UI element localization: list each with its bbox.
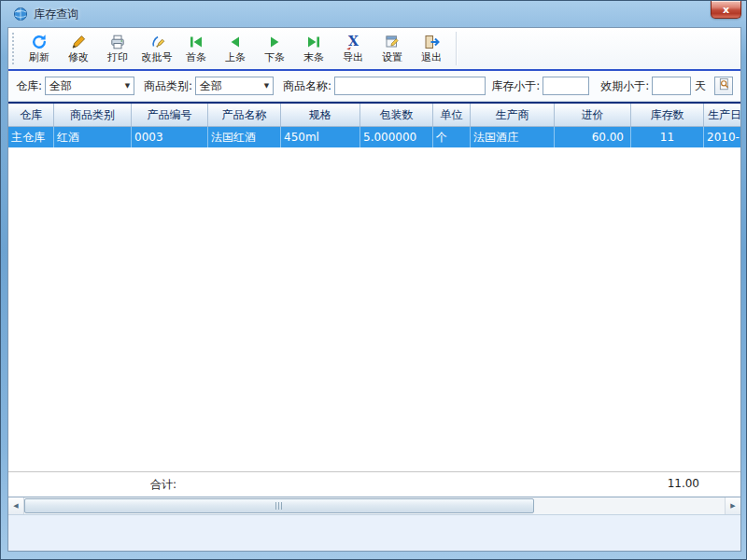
exit-icon: [423, 34, 440, 51]
print-button[interactable]: 打印: [98, 30, 137, 67]
toolbar: 刷新 修改 打印 改批号: [8, 28, 740, 69]
horizontal-scrollbar[interactable]: ◀ ▶: [8, 497, 740, 515]
column-header-manufacturer[interactable]: 生产商: [471, 104, 555, 126]
svg-text:X: X: [348, 34, 359, 49]
cell-category: 红酒: [54, 127, 132, 147]
first-record-button[interactable]: 首条: [176, 30, 216, 67]
scroll-left-icon: ◀: [13, 502, 18, 510]
toolbar-label: 刷新: [29, 51, 49, 64]
toolbar-label: 下条: [264, 51, 285, 64]
toolbar-gripper[interactable]: [12, 33, 17, 64]
warehouse-selected-value: 全部: [49, 78, 72, 94]
change-batch-button[interactable]: 改批号: [137, 30, 176, 67]
scroll-right-icon: ▶: [730, 502, 735, 510]
title-bar[interactable]: 库存查询: [1, 1, 746, 27]
product-name-label: 商品名称:: [283, 78, 331, 94]
category-label: 商品类别:: [144, 78, 192, 94]
total-label: 合计:: [150, 477, 176, 493]
cell-pack-qty: 5.000000: [360, 127, 433, 147]
change-batch-icon: [148, 34, 165, 51]
expiry-below-label: 效期小于:: [600, 78, 649, 94]
scrollbar-thumb[interactable]: [24, 498, 534, 513]
close-button[interactable]: x: [711, 1, 741, 19]
total-value: 11.00: [569, 477, 699, 490]
filter-bar: 仓库: 全部 ▼ 商品类别: 全部 ▼ 商品名称: 库存小于: 效期小于: 天: [8, 71, 740, 102]
scrollbar-grip-icon: [275, 502, 283, 510]
cell-spec: 450ml: [281, 127, 360, 147]
settings-icon: [384, 34, 401, 51]
stock-below-input[interactable]: [543, 77, 589, 95]
table-empty-area[interactable]: [8, 147, 740, 471]
export-button[interactable]: X 导出: [333, 30, 373, 67]
status-area: [8, 515, 740, 551]
column-header-purchase-price[interactable]: 进价: [555, 104, 631, 126]
column-header-product-name[interactable]: 产品名称: [208, 104, 281, 126]
table-row-selected[interactable]: 主仓库 红酒 0003 法国红酒 450ml 5.000000 个 法国酒庄 6…: [8, 127, 740, 147]
window-title: 库存查询: [34, 7, 78, 22]
chevron-down-icon: ▼: [264, 82, 269, 90]
next-record-icon: [266, 34, 283, 51]
inventory-table: 仓库 商品类别 产品编号 产品名称 规格 包装数 单位 生产商 进价 库存数 生…: [8, 102, 740, 497]
client-area: 刷新 修改 打印 改批号: [7, 27, 741, 552]
cell-product-name: 法国红酒: [208, 127, 281, 147]
app-window: 库存查询 x 刷新 修改: [0, 0, 747, 560]
toolbar-label: 上条: [225, 51, 246, 64]
edit-button[interactable]: 修改: [59, 30, 98, 67]
settings-button[interactable]: 设置: [373, 30, 412, 67]
last-record-button[interactable]: 末条: [294, 30, 333, 67]
scroll-right-button[interactable]: ▶: [725, 497, 740, 514]
next-record-button[interactable]: 下条: [255, 30, 294, 67]
previous-record-icon: [227, 34, 244, 51]
column-header-warehouse[interactable]: 仓库: [8, 104, 54, 126]
warehouse-label: 仓库:: [16, 78, 42, 94]
app-globe-icon: [13, 7, 28, 21]
table-footer: 合计: 11.00: [8, 471, 740, 497]
refresh-button[interactable]: 刷新: [20, 30, 59, 67]
stock-below-label: 库存小于:: [491, 78, 540, 94]
column-header-production-date[interactable]: 生产日期: [704, 104, 740, 126]
print-icon: [109, 34, 126, 51]
column-header-unit[interactable]: 单位: [433, 104, 471, 126]
toolbar-label: 末条: [303, 51, 324, 64]
cell-stock-qty: 11: [631, 127, 704, 147]
column-header-product-no[interactable]: 产品编号: [132, 104, 208, 126]
previous-record-button[interactable]: 上条: [216, 30, 255, 67]
scrollbar-track[interactable]: [534, 497, 725, 514]
toolbar-separator: [456, 32, 457, 65]
warehouse-select[interactable]: 全部 ▼: [45, 77, 134, 95]
product-name-input[interactable]: [334, 77, 486, 95]
column-header-spec[interactable]: 规格: [281, 104, 360, 126]
category-selected-value: 全部: [200, 78, 222, 94]
exit-button[interactable]: 退出: [412, 30, 451, 67]
toolbar-label: 首条: [186, 51, 206, 64]
first-record-icon: [188, 34, 204, 51]
column-header-stock-qty[interactable]: 库存数: [631, 104, 704, 126]
toolbar-label: 修改: [68, 51, 89, 64]
chevron-down-icon: ▼: [125, 82, 130, 90]
edit-icon: [70, 34, 87, 51]
toolbar-label: 导出: [343, 51, 363, 64]
cell-manufacturer: 法国酒庄: [471, 127, 555, 147]
search-document-icon: [717, 77, 731, 94]
refresh-icon: [31, 34, 48, 51]
toolbar-label: 打印: [107, 51, 128, 64]
cell-product-no: 0003: [132, 127, 208, 147]
cell-warehouse: 主仓库: [8, 127, 54, 147]
cell-unit: 个: [433, 127, 471, 147]
query-button[interactable]: [714, 77, 733, 95]
toolbar-label: 改批号: [142, 51, 173, 64]
toolbar-label: 设置: [382, 51, 402, 64]
last-record-icon: [305, 34, 322, 51]
column-header-category[interactable]: 商品类别: [54, 104, 132, 126]
close-icon: x: [723, 5, 729, 15]
export-excel-icon: X: [345, 34, 361, 51]
expiry-below-input[interactable]: [652, 77, 691, 95]
column-header-pack-qty[interactable]: 包装数: [360, 104, 433, 126]
scroll-left-button[interactable]: ◀: [8, 497, 24, 514]
cell-production-date: 2010-: [704, 127, 740, 147]
toolbar-label: 退出: [421, 51, 442, 64]
cell-purchase-price: 60.00: [555, 127, 631, 147]
table-header-row: 仓库 商品类别 产品编号 产品名称 规格 包装数 单位 生产商 进价 库存数 生…: [8, 104, 740, 127]
category-select[interactable]: 全部 ▼: [195, 77, 274, 95]
days-suffix-label: 天: [695, 78, 706, 94]
